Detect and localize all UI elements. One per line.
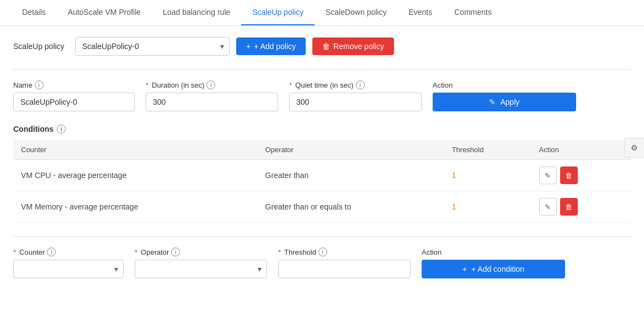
quiet-required-star: *	[289, 81, 292, 89]
name-info-icon: i	[35, 80, 44, 89]
conditions-header-row: Counter Operator Threshold Action	[13, 140, 631, 160]
duration-info-icon: i	[206, 80, 215, 89]
name-label: Name i	[13, 80, 135, 89]
condition-action-buttons: ✎ 🗑	[539, 198, 623, 216]
apply-label: Apply	[500, 98, 519, 106]
edit-condition-button[interactable]: ✎	[539, 166, 557, 184]
add-condition-row: * Counter i ▾ * Operator i ▾	[13, 236, 631, 278]
duration-label: * Duration (in sec) i	[146, 80, 278, 89]
edit-icon: ✎	[545, 203, 551, 211]
tab-scaleup-policy[interactable]: ScaleUp policy	[241, 0, 315, 25]
delete-condition-button[interactable]: 🗑	[560, 198, 578, 216]
gear-float-button[interactable]: ⚙	[624, 138, 644, 158]
add-policy-plus-icon: +	[246, 42, 251, 51]
name-field-group: Name i	[13, 80, 135, 111]
operator-select[interactable]	[135, 260, 267, 278]
apply-pencil-icon: ✎	[489, 98, 496, 106]
quiet-time-info-icon: i	[356, 80, 365, 89]
col-action: Action	[531, 140, 631, 160]
table-row: VM Memory - average percentage Greater t…	[13, 191, 631, 223]
tab-comments[interactable]: Comments	[443, 0, 503, 25]
apply-action-group: Action ✎ Apply	[433, 81, 576, 111]
duration-input[interactable]	[146, 93, 278, 111]
add-condition-action-group: Action + + Add condition	[422, 248, 565, 278]
main-content: ScaleUp policy ScaleUpPolicy-0 ▾ + + Add…	[0, 26, 644, 289]
table-row: VM CPU - average percentage Greater than…	[13, 160, 631, 191]
condition-action-buttons: ✎ 🗑	[539, 166, 623, 184]
threshold-input[interactable]	[278, 260, 411, 278]
condition-operator-cell: Greater than or equals to	[258, 191, 444, 223]
tab-scaledown-policy[interactable]: ScaleDown policy	[315, 0, 398, 25]
policy-selector-row: ScaleUp policy ScaleUpPolicy-0 ▾ + + Add…	[13, 37, 631, 56]
policy-label: ScaleUp policy	[13, 42, 68, 51]
tab-details[interactable]: Details	[11, 0, 57, 25]
counter-label: * Counter i	[13, 248, 124, 256]
trash-icon: 🗑	[565, 203, 572, 211]
conditions-info-icon: i	[57, 125, 66, 133]
tab-autoscale-vm-profile[interactable]: AutoScale VM Profile	[57, 0, 152, 25]
col-operator: Operator	[258, 140, 444, 160]
top-tabs: DetailsAutoScale VM ProfileLoad balancin…	[0, 0, 644, 26]
condition-operator-cell: Greater than	[258, 160, 444, 191]
duration-field-group: * Duration (in sec) i	[146, 80, 278, 111]
add-policy-button[interactable]: + + Add policy	[236, 37, 306, 55]
col-counter: Counter	[13, 140, 258, 160]
policy-select[interactable]: ScaleUpPolicy-0	[75, 37, 230, 56]
name-input[interactable]	[13, 93, 135, 111]
condition-action-cell: ✎ 🗑	[531, 191, 631, 223]
counter-field-group: * Counter i ▾	[13, 248, 124, 278]
condition-threshold-cell: 1	[444, 160, 531, 191]
action-label: Action	[433, 81, 576, 89]
divider-1	[13, 69, 631, 69]
operator-field-group: * Operator i ▾	[135, 248, 267, 278]
counter-select[interactable]	[13, 260, 124, 278]
policy-form-row: Name i * Duration (in sec) i * Quiet tim…	[13, 80, 631, 111]
add-policy-label: + Add policy	[254, 42, 296, 51]
conditions-table: Counter Operator Threshold Action VM CPU…	[13, 140, 631, 223]
policy-select-wrapper: ScaleUpPolicy-0 ▾	[75, 37, 230, 56]
counter-required-star: *	[13, 248, 16, 256]
tab-events[interactable]: Events	[397, 0, 443, 25]
condition-counter-cell: VM Memory - average percentage	[13, 191, 258, 223]
threshold-label: * Threshold i	[278, 248, 411, 256]
condition-threshold-cell: 1	[444, 191, 531, 223]
counter-info-icon: i	[47, 248, 56, 256]
trash-icon: 🗑	[565, 171, 572, 180]
threshold-info-icon: i	[318, 248, 327, 256]
threshold-required-star: *	[278, 248, 281, 256]
counter-select-wrap: ▾	[13, 260, 124, 278]
condition-action-cell: ✎ 🗑	[531, 160, 631, 191]
quiet-time-input[interactable]	[289, 93, 422, 111]
edit-condition-button[interactable]: ✎	[539, 198, 557, 216]
delete-condition-button[interactable]: 🗑	[560, 166, 578, 184]
operator-label: * Operator i	[135, 248, 267, 256]
operator-required-star: *	[135, 248, 137, 256]
tab-load-balancing-rule[interactable]: Load balancing rule	[152, 0, 241, 25]
edit-icon: ✎	[545, 171, 551, 180]
operator-info-icon: i	[171, 248, 180, 256]
quiet-time-label: * Quiet time (in sec) i	[289, 80, 422, 89]
col-threshold: Threshold	[444, 140, 531, 160]
remove-policy-trash-icon: 🗑	[322, 42, 330, 51]
remove-policy-button[interactable]: 🗑 Remove policy	[312, 37, 394, 55]
apply-button[interactable]: ✎ Apply	[433, 93, 576, 111]
add-condition-label: + Add condition	[471, 265, 524, 273]
condition-counter-cell: VM CPU - average percentage	[13, 160, 258, 191]
conditions-title: Conditions i	[13, 125, 631, 133]
duration-required-star: *	[146, 81, 148, 89]
threshold-field-group: * Threshold i	[278, 248, 411, 278]
add-condition-plus-icon: +	[462, 265, 467, 273]
add-action-label: Action	[422, 248, 565, 256]
gear-icon: ⚙	[631, 143, 638, 152]
remove-policy-label: Remove policy	[333, 42, 384, 51]
quiet-time-field-group: * Quiet time (in sec) i	[289, 80, 422, 111]
operator-select-wrap: ▾	[135, 260, 267, 278]
add-condition-button[interactable]: + + Add condition	[422, 260, 565, 278]
